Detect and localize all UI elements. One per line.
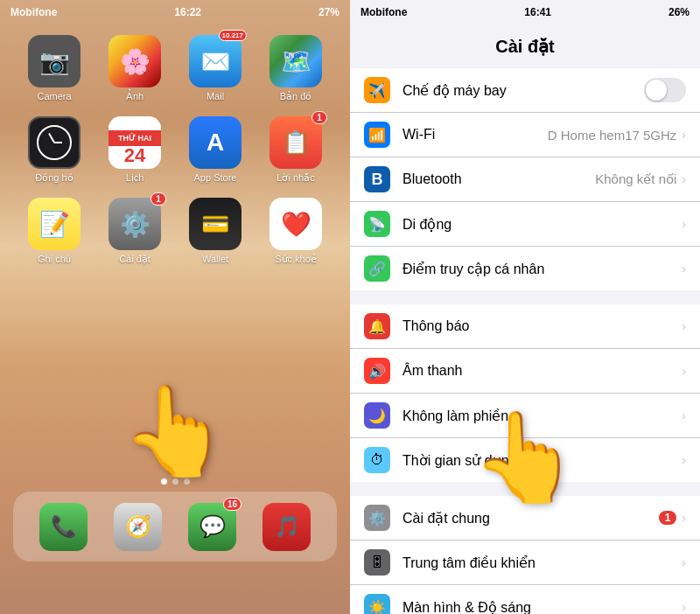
dock-phone[interactable]: 📞 <box>39 503 88 551</box>
calendar-inner: THỨ HAI 24 <box>108 116 161 169</box>
app-settings[interactable]: ⚙️ 1 Cài đặt <box>98 198 172 265</box>
left-phone: Mobifone 16:22 27% 📷 Camera 🌸 Ảnh ✉️ 10.… <box>0 0 350 614</box>
app-wallet-label: Wallet <box>202 254 228 264</box>
app-clock[interactable]: Đồng hồ <box>18 116 91 184</box>
general-label: Cài đặt chung <box>402 510 659 527</box>
wallet-icon-bg: 💳 <box>189 198 242 250</box>
reminder-icon-bg: 📋 1 <box>270 116 322 169</box>
pointing-hand-left: 👆 <box>121 380 230 483</box>
app-calendar[interactable]: THỨ HAI 24 Lịch <box>98 116 172 184</box>
controlcenter-label: Trung tâm điều khiển <box>402 555 682 571</box>
photos-icon-bg: 🌸 <box>108 35 161 87</box>
row-mobile[interactable]: 📡 Di động › <box>350 202 700 247</box>
pointing-hand-right: 👆 <box>471 406 580 509</box>
row-hotspot[interactable]: 🔗 Điểm truy cập cá nhân › <box>350 247 700 290</box>
app-reminders[interactable]: 📋 1 Lời nhắc <box>259 116 332 184</box>
display-chevron: › <box>682 600 686 614</box>
app-notes[interactable]: 📝 Ghi chú <box>18 198 91 265</box>
app-notes-label: Ghi chú <box>38 254 71 264</box>
app-health[interactable]: ❤️ Sức khoẻ <box>259 198 332 265</box>
dock-music[interactable]: 🎵 <box>262 503 311 551</box>
settings-group-1: ✈️ Chế độ máy bay 📶 Wi-Fi D Home hem17 5… <box>350 68 700 290</box>
display-icon: ☀️ <box>364 594 390 614</box>
hotspot-chevron: › <box>682 262 686 276</box>
general-icon: ⚙️ <box>364 505 390 531</box>
hotspot-icon: 🔗 <box>364 255 390 282</box>
app-settings-label: Cài đặt <box>119 254 150 265</box>
carrier-right: Mobifone <box>360 6 407 18</box>
notifications-label: Thông báo <box>402 318 682 334</box>
bluetooth-label: Bluetooth <box>402 171 595 187</box>
row-wifi[interactable]: 📶 Wi-Fi D Home hem17 5GHz › <box>350 113 700 157</box>
app-photos[interactable]: 🌸 Ảnh <box>98 35 172 102</box>
safari-icon: 🧭 <box>114 503 162 551</box>
toggle-knob <box>646 80 667 101</box>
row-bluetooth[interactable]: B Bluetooth Không kết nối › <box>350 157 700 202</box>
notifications-icon: 🔔 <box>364 313 390 339</box>
row-display[interactable]: ☀️ Màn hình & Độ sáng › <box>350 585 700 614</box>
display-label: Màn hình & Độ sáng <box>402 599 682 615</box>
app-camera-label: Camera <box>37 91 71 101</box>
airplane-icon: ✈️ <box>364 77 390 103</box>
app-grid: 📷 Camera 🌸 Ảnh ✉️ 10.217 Mail 🗺️ Bản đồ <box>0 26 350 274</box>
app-mail[interactable]: ✉️ 10.217 Mail <box>178 35 252 102</box>
airplane-label: Chế độ máy bay <box>402 82 644 99</box>
airplane-toggle[interactable] <box>644 78 686 102</box>
notes-icon-bg: 📝 <box>28 198 80 250</box>
app-appstore[interactable]: A App Store <box>178 116 252 184</box>
app-calendar-label: Lịch <box>126 172 144 184</box>
wifi-label: Wi-Fi <box>402 127 548 143</box>
right-phone: Mobifone 16:41 26% Cài đặt ✈️ Chế độ máy… <box>350 0 700 614</box>
dock-messages[interactable]: 💬 16 <box>188 503 236 551</box>
row-notifications[interactable]: 🔔 Thông báo › <box>350 304 700 349</box>
dock-safari[interactable]: 🧭 <box>114 503 162 551</box>
general-badge: 1 <box>659 511 677 525</box>
mobile-icon: 📡 <box>364 211 390 237</box>
mail-badge: 10.217 <box>219 30 247 41</box>
bluetooth-value: Không kết nối <box>595 171 676 187</box>
app-wallet[interactable]: 💳 Wallet <box>178 198 252 265</box>
messages-icon: 💬 16 <box>188 503 236 551</box>
hotspot-label: Điểm truy cập cá nhân <box>402 261 682 277</box>
app-appstore-label: App Store <box>194 172 237 183</box>
bluetooth-chevron: › <box>682 172 686 186</box>
appstore-icon-bg: A <box>189 116 242 169</box>
mobile-label: Di động <box>402 216 682 233</box>
sounds-chevron: › <box>682 364 686 378</box>
bluetooth-icon: B <box>364 166 390 192</box>
camera-icon-bg: 📷 <box>28 35 80 87</box>
wifi-icon: 📶 <box>364 122 390 148</box>
app-maps[interactable]: 🗺️ Bản đồ <box>259 35 332 102</box>
clock-face <box>37 125 72 160</box>
sounds-icon: 🔊 <box>364 358 390 384</box>
battery-left: 27% <box>318 6 340 18</box>
time-left: 16:22 <box>174 6 201 18</box>
mail-icon-bg: ✉️ 10.217 <box>189 35 242 87</box>
wifi-value: D Home hem17 5GHz <box>548 128 677 143</box>
battery-right: 26% <box>668 6 690 18</box>
app-mail-label: Mail <box>206 91 224 101</box>
settings-group-3: ⚙️ Cài đặt chung 1 › 🎛 Trung tâm điều kh… <box>350 496 700 614</box>
maps-icon-bg: 🗺️ <box>270 35 322 87</box>
general-chevron: › <box>682 511 686 525</box>
screentime-icon: ⏱ <box>364 447 390 473</box>
carrier-left: Mobifone <box>10 6 57 18</box>
time-right: 16:41 <box>524 6 551 18</box>
group-divider-1 <box>350 297 700 304</box>
row-airplane[interactable]: ✈️ Chế độ máy bay <box>350 68 700 113</box>
app-reminders-label: Lời nhắc <box>276 172 314 184</box>
wifi-chevron: › <box>682 128 686 142</box>
row-controlcenter[interactable]: 🎛 Trung tâm điều khiển › <box>350 541 700 585</box>
app-camera[interactable]: 📷 Camera <box>18 35 91 102</box>
calendar-day-num: 24 <box>124 146 145 165</box>
mobile-chevron: › <box>682 217 686 231</box>
app-clock-label: Đồng hồ <box>35 172 73 184</box>
app-photos-label: Ảnh <box>126 91 144 102</box>
app-health-label: Sức khoẻ <box>275 254 317 265</box>
messages-badge: 16 <box>223 498 242 511</box>
donotdisturb-icon: 🌙 <box>364 402 390 429</box>
donotdisturb-chevron: › <box>682 408 686 422</box>
status-bar-left: Mobifone 16:22 27% <box>0 0 350 24</box>
row-sounds[interactable]: 🔊 Âm thanh › <box>350 349 700 394</box>
settings-header: Cài đặt <box>350 24 700 68</box>
